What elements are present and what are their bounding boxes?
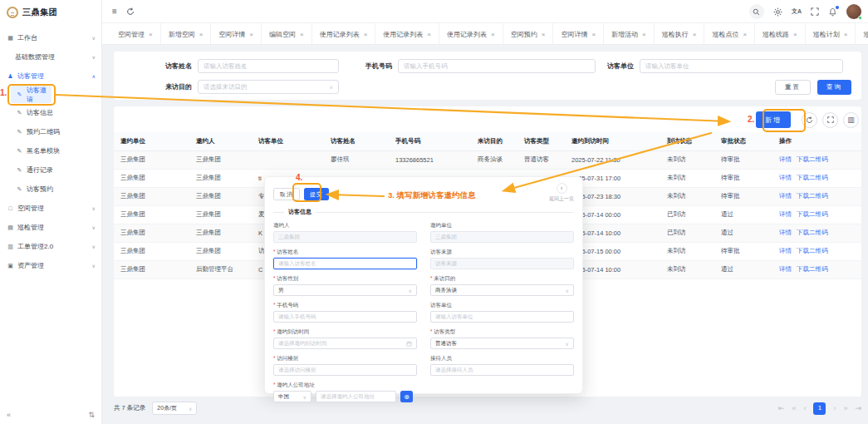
next-page-button[interactable]: › [833, 405, 836, 412]
download-qr-link[interactable]: 下载二维码 [797, 174, 828, 181]
phone-input[interactable] [398, 59, 596, 73]
translate-icon[interactable]: 文A [792, 7, 802, 16]
tab-close-icon[interactable]: × [149, 31, 153, 38]
page-1-button[interactable]: 1 [813, 402, 826, 415]
visit-floor-input[interactable]: 请选择访问楼层 [273, 364, 417, 376]
download-qr-link[interactable]: 下载二维码 [797, 229, 828, 236]
sidebar-item[interactable]: ▦工作台∨ [0, 28, 101, 47]
back-to-previous[interactable]: ‹ 返回上一页 [549, 183, 574, 203]
tab[interactable]: 巡检执行× [655, 23, 705, 45]
notifications-bell-icon[interactable] [828, 7, 837, 17]
tab[interactable]: 新增活动× [604, 23, 655, 45]
detail-link[interactable]: 详情 [779, 247, 792, 254]
detail-link[interactable]: 详情 [779, 155, 792, 163]
add-button[interactable]: 新增 [756, 111, 791, 128]
next-5-pages-button[interactable]: » [843, 405, 847, 412]
company-address-input[interactable]: 请选择邀约人公司地址 [316, 391, 396, 402]
visit-purpose-select[interactable]: 商务洽谈∨ [430, 284, 574, 296]
visitor-name-input[interactable] [198, 59, 339, 73]
sidebar-item[interactable]: ✎访客邀请 [11, 86, 51, 103]
sidebar-sort-icon[interactable]: ⇅ [88, 411, 95, 419]
tab[interactable]: 使用记录列表× [375, 23, 439, 45]
visitor-name-input[interactable]: 请输入访客姓名 [273, 258, 417, 269]
collapse-sidebar-icon[interactable]: « [7, 411, 11, 419]
sidebar-item[interactable]: □空间管理∨ [0, 199, 101, 218]
tab-close-icon[interactable]: × [249, 31, 253, 38]
visitor-company-input[interactable] [640, 59, 843, 73]
tab[interactable]: 巡检打卡× [856, 23, 868, 45]
visitor-gender-select[interactable]: 男∨ [273, 284, 417, 296]
tab-close-icon[interactable]: × [693, 31, 697, 38]
refresh-icon[interactable] [126, 7, 135, 16]
avatar[interactable] [846, 4, 861, 19]
locate-address-button[interactable]: ⊕ [400, 391, 413, 402]
tab-close-icon[interactable]: × [591, 31, 596, 38]
visitor-company-input[interactable]: 请输入访客单位 [430, 311, 574, 323]
sidebar-item[interactable]: ✎访客信息 [0, 103, 101, 122]
visitor-type-select[interactable]: 普通访客∨ [430, 338, 574, 349]
page-size-select[interactable]: 20条/页 ∨ [152, 402, 197, 415]
prev-page-button[interactable]: ‹ [803, 405, 806, 412]
search-button[interactable] [749, 4, 764, 19]
visit-purpose-select[interactable]: 请选择来访目的 ∨ [198, 80, 339, 94]
sidebar-item[interactable]: ✎预约二维码 [0, 122, 101, 141]
first-page-button[interactable]: ⇤ [778, 405, 785, 412]
sidebar-item[interactable]: ♟访客管理∧ [0, 67, 101, 86]
column-settings-button[interactable]: ▥ [843, 112, 859, 128]
tab-close-icon[interactable]: × [844, 31, 848, 38]
download-qr-link[interactable]: 下载二维码 [797, 155, 828, 163]
tab-close-icon[interactable]: × [542, 31, 546, 38]
hamburger-icon[interactable]: ≡ [112, 7, 117, 16]
prev-5-pages-button[interactable]: « [792, 405, 796, 412]
tab-close-icon[interactable]: × [300, 31, 304, 38]
phone-input[interactable]: 请输入手机号码 [273, 311, 417, 323]
fullscreen-icon[interactable] [811, 7, 819, 16]
tab[interactable]: 巡检点位× [704, 23, 755, 45]
sidebar-item[interactable]: ▥工单管理2.0∨ [0, 237, 101, 256]
detail-link[interactable]: 详情 [779, 192, 792, 200]
last-page-button[interactable]: ⇥ [855, 405, 861, 412]
table-refresh-button[interactable] [802, 112, 817, 128]
detail-link[interactable]: 详情 [779, 210, 792, 218]
tab-close-icon[interactable]: × [427, 31, 431, 38]
tab-close-icon[interactable]: × [199, 31, 204, 38]
tab[interactable]: 空间详情× [211, 23, 262, 45]
tab[interactable]: 巡检线路× [755, 23, 806, 45]
table-fullscreen-button[interactable] [822, 112, 838, 128]
sidebar-item[interactable]: ✎黑名单模块 [0, 141, 101, 160]
tab-close-icon[interactable]: × [743, 31, 747, 38]
visit-time-date-input[interactable]: 请选择邀约到访时间 [273, 338, 417, 349]
search-submit-button[interactable]: 查询 [817, 80, 851, 95]
tab-close-icon[interactable]: × [491, 31, 495, 38]
download-qr-link[interactable]: 下载二维码 [797, 192, 828, 200]
tab[interactable]: 巡检计划× [806, 23, 856, 45]
tab[interactable]: 使用记录列表× [312, 23, 376, 45]
settings-gear-icon[interactable] [773, 7, 782, 17]
detail-link[interactable]: 详情 [779, 229, 792, 236]
download-qr-link[interactable]: 下载二维码 [797, 265, 828, 273]
cancel-button[interactable]: 取消 [273, 188, 300, 200]
tab[interactable]: 空间预约× [503, 23, 554, 45]
tab[interactable]: 空间详情× [553, 23, 604, 45]
download-qr-link[interactable]: 下载二维码 [797, 210, 828, 218]
tab-close-icon[interactable]: × [642, 31, 646, 38]
tab[interactable]: 编辑空间× [262, 23, 312, 45]
sidebar-item[interactable]: 基础数据管理∨ [0, 47, 101, 67]
detail-link[interactable]: 详情 [779, 174, 792, 181]
chevron-down-icon: ∨ [92, 224, 96, 230]
country-select[interactable]: 中国∨ [273, 391, 311, 402]
sidebar-item[interactable]: ▤巡检管理∨ [0, 218, 101, 237]
reset-button[interactable]: 重置 [775, 80, 811, 95]
receptionist-input[interactable]: 请选择接待人员 [430, 364, 574, 376]
sidebar-item[interactable]: ✎访客预约 [0, 180, 101, 199]
sidebar-item[interactable]: ▣资产管理∨ [0, 256, 101, 275]
download-qr-link[interactable]: 下载二维码 [797, 247, 828, 254]
sidebar-item[interactable]: ✎通行记录 [0, 160, 101, 180]
tab-close-icon[interactable]: × [793, 31, 797, 38]
detail-link[interactable]: 详情 [779, 265, 792, 273]
tab[interactable]: 新增空间× [161, 23, 212, 45]
tab-close-icon[interactable]: × [364, 31, 368, 38]
tab[interactable]: 空间管理× [110, 23, 161, 45]
submit-button[interactable]: 提交 [304, 188, 329, 200]
tab[interactable]: 使用记录列表× [439, 23, 503, 45]
